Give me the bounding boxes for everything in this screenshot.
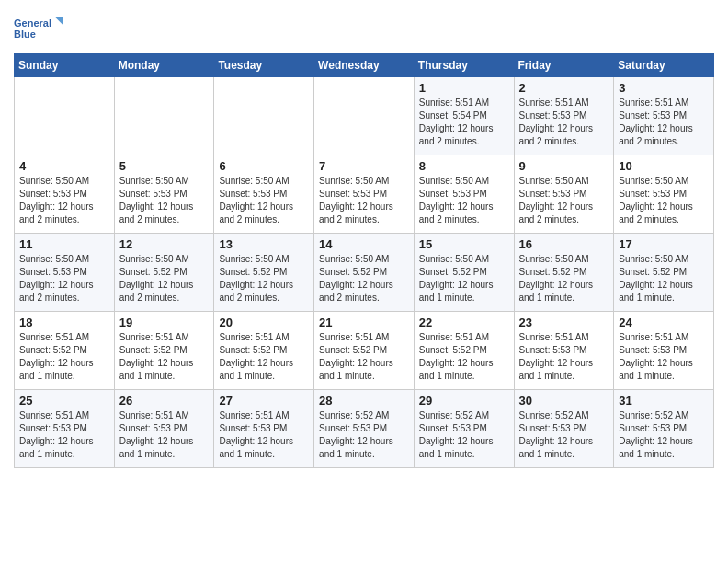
day-info: Sunrise: 5:51 AM Sunset: 5:52 PM Dayligh…: [219, 331, 309, 383]
calendar-cell: 14Sunrise: 5:50 AM Sunset: 5:52 PM Dayli…: [314, 234, 415, 312]
svg-marker-2: [55, 17, 63, 25]
day-number: 29: [419, 394, 509, 408]
calendar-cell: 21Sunrise: 5:51 AM Sunset: 5:52 PM Dayli…: [314, 312, 415, 390]
weekday-header: Saturday: [614, 54, 714, 77]
calendar-cell: 30Sunrise: 5:52 AM Sunset: 5:53 PM Dayli…: [514, 390, 614, 468]
day-info: Sunrise: 5:51 AM Sunset: 5:52 PM Dayligh…: [419, 331, 509, 383]
calendar-cell: 4Sunrise: 5:50 AM Sunset: 5:53 PM Daylig…: [15, 155, 115, 234]
day-info: Sunrise: 5:50 AM Sunset: 5:52 PM Dayligh…: [619, 253, 709, 304]
calendar-body: 1Sunrise: 5:51 AM Sunset: 5:54 PM Daylig…: [15, 77, 714, 468]
day-info: Sunrise: 5:50 AM Sunset: 5:53 PM Dayligh…: [419, 175, 509, 226]
day-number: 31: [619, 394, 709, 408]
day-info: Sunrise: 5:51 AM Sunset: 5:53 PM Dayligh…: [19, 409, 109, 461]
calendar-cell: 25Sunrise: 5:51 AM Sunset: 5:53 PM Dayli…: [15, 390, 115, 468]
day-number: 4: [19, 159, 109, 173]
day-number: 16: [519, 237, 609, 251]
day-number: 26: [119, 394, 210, 408]
day-number: 14: [319, 237, 409, 251]
day-number: 1: [419, 81, 509, 95]
calendar-cell: 18Sunrise: 5:51 AM Sunset: 5:52 PM Dayli…: [15, 312, 115, 390]
logo: General Blue: [14, 9, 64, 46]
calendar-cell: 23Sunrise: 5:51 AM Sunset: 5:53 PM Dayli…: [514, 312, 614, 390]
svg-text:General: General: [14, 17, 51, 29]
calendar-cell: 28Sunrise: 5:52 AM Sunset: 5:53 PM Dayli…: [314, 390, 415, 468]
day-number: 5: [119, 159, 210, 173]
calendar-cell: 2Sunrise: 5:51 AM Sunset: 5:53 PM Daylig…: [514, 77, 614, 155]
page-header: General Blue: [14, 9, 714, 46]
calendar-cell: 16Sunrise: 5:50 AM Sunset: 5:52 PM Dayli…: [514, 234, 614, 312]
calendar-cell: 12Sunrise: 5:50 AM Sunset: 5:52 PM Dayli…: [114, 234, 214, 312]
day-number: 11: [19, 237, 109, 251]
day-info: Sunrise: 5:52 AM Sunset: 5:53 PM Dayligh…: [419, 409, 509, 461]
weekday-header: Tuesday: [214, 54, 314, 77]
calendar-cell: 15Sunrise: 5:50 AM Sunset: 5:52 PM Dayli…: [414, 234, 514, 312]
day-info: Sunrise: 5:51 AM Sunset: 5:53 PM Dayligh…: [619, 97, 709, 148]
day-number: 23: [519, 316, 609, 329]
day-info: Sunrise: 5:50 AM Sunset: 5:52 PM Dayligh…: [519, 253, 609, 304]
weekday-header: Sunday: [15, 54, 115, 77]
day-info: Sunrise: 5:50 AM Sunset: 5:53 PM Dayligh…: [219, 175, 309, 226]
day-number: 9: [519, 159, 609, 173]
day-number: 28: [319, 394, 409, 408]
svg-text:Blue: Blue: [14, 29, 36, 40]
calendar-cell: [214, 77, 314, 155]
calendar-cell: [114, 77, 214, 155]
weekday-header: Friday: [514, 54, 614, 77]
day-number: 8: [419, 159, 509, 173]
weekday-header: Wednesday: [314, 54, 415, 77]
day-number: 13: [219, 237, 309, 251]
calendar-cell: [15, 77, 115, 155]
calendar-cell: 5Sunrise: 5:50 AM Sunset: 5:53 PM Daylig…: [114, 155, 214, 234]
day-number: 17: [619, 237, 709, 251]
calendar-cell: 22Sunrise: 5:51 AM Sunset: 5:52 PM Dayli…: [414, 312, 514, 390]
calendar-header: SundayMondayTuesdayWednesdayThursdayFrid…: [15, 54, 714, 77]
calendar-cell: 29Sunrise: 5:52 AM Sunset: 5:53 PM Dayli…: [414, 390, 514, 468]
day-number: 12: [119, 237, 210, 251]
calendar-cell: 31Sunrise: 5:52 AM Sunset: 5:53 PM Dayli…: [614, 390, 714, 468]
calendar-cell: 20Sunrise: 5:51 AM Sunset: 5:52 PM Dayli…: [214, 312, 314, 390]
calendar-cell: 1Sunrise: 5:51 AM Sunset: 5:54 PM Daylig…: [414, 77, 514, 155]
calendar-cell: 19Sunrise: 5:51 AM Sunset: 5:52 PM Dayli…: [114, 312, 214, 390]
day-number: 10: [619, 159, 709, 173]
day-info: Sunrise: 5:51 AM Sunset: 5:54 PM Dayligh…: [419, 97, 509, 148]
day-number: 30: [519, 394, 609, 408]
calendar-cell: 26Sunrise: 5:51 AM Sunset: 5:53 PM Dayli…: [114, 390, 214, 468]
calendar-cell: 27Sunrise: 5:51 AM Sunset: 5:53 PM Dayli…: [214, 390, 314, 468]
calendar-cell: 24Sunrise: 5:51 AM Sunset: 5:53 PM Dayli…: [614, 312, 714, 390]
calendar-week-row: 25Sunrise: 5:51 AM Sunset: 5:53 PM Dayli…: [15, 390, 714, 468]
calendar-cell: 3Sunrise: 5:51 AM Sunset: 5:53 PM Daylig…: [614, 77, 714, 155]
day-info: Sunrise: 5:51 AM Sunset: 5:53 PM Dayligh…: [219, 409, 309, 461]
day-info: Sunrise: 5:50 AM Sunset: 5:52 PM Dayligh…: [319, 253, 409, 304]
day-info: Sunrise: 5:52 AM Sunset: 5:53 PM Dayligh…: [319, 409, 409, 461]
day-info: Sunrise: 5:50 AM Sunset: 5:53 PM Dayligh…: [619, 175, 709, 226]
calendar-cell: 7Sunrise: 5:50 AM Sunset: 5:53 PM Daylig…: [314, 155, 415, 234]
day-number: 15: [419, 237, 509, 251]
weekday-header: Thursday: [414, 54, 514, 77]
calendar-cell: 11Sunrise: 5:50 AM Sunset: 5:53 PM Dayli…: [15, 234, 115, 312]
calendar-cell: 8Sunrise: 5:50 AM Sunset: 5:53 PM Daylig…: [414, 155, 514, 234]
calendar-week-row: 4Sunrise: 5:50 AM Sunset: 5:53 PM Daylig…: [15, 155, 714, 234]
day-info: Sunrise: 5:50 AM Sunset: 5:53 PM Dayligh…: [119, 175, 210, 226]
day-number: 2: [519, 81, 609, 95]
day-number: 22: [419, 316, 509, 329]
day-info: Sunrise: 5:50 AM Sunset: 5:53 PM Dayligh…: [319, 175, 409, 226]
day-info: Sunrise: 5:50 AM Sunset: 5:53 PM Dayligh…: [519, 175, 609, 226]
day-number: 19: [119, 316, 210, 329]
day-info: Sunrise: 5:51 AM Sunset: 5:52 PM Dayligh…: [119, 331, 210, 383]
day-number: 24: [619, 316, 709, 329]
day-info: Sunrise: 5:51 AM Sunset: 5:53 PM Dayligh…: [119, 409, 210, 461]
calendar-week-row: 18Sunrise: 5:51 AM Sunset: 5:52 PM Dayli…: [15, 312, 714, 390]
day-number: 3: [619, 81, 709, 95]
day-number: 18: [19, 316, 109, 329]
calendar-week-row: 11Sunrise: 5:50 AM Sunset: 5:53 PM Dayli…: [15, 234, 714, 312]
day-info: Sunrise: 5:51 AM Sunset: 5:52 PM Dayligh…: [319, 331, 409, 383]
day-number: 6: [219, 159, 309, 173]
weekday-row: SundayMondayTuesdayWednesdayThursdayFrid…: [15, 54, 714, 77]
day-info: Sunrise: 5:51 AM Sunset: 5:53 PM Dayligh…: [519, 97, 609, 148]
day-info: Sunrise: 5:51 AM Sunset: 5:53 PM Dayligh…: [519, 331, 609, 383]
day-number: 7: [319, 159, 409, 173]
weekday-header: Monday: [114, 54, 214, 77]
day-info: Sunrise: 5:50 AM Sunset: 5:52 PM Dayligh…: [419, 253, 509, 304]
calendar-cell: 10Sunrise: 5:50 AM Sunset: 5:53 PM Dayli…: [614, 155, 714, 234]
calendar-cell: [314, 77, 415, 155]
